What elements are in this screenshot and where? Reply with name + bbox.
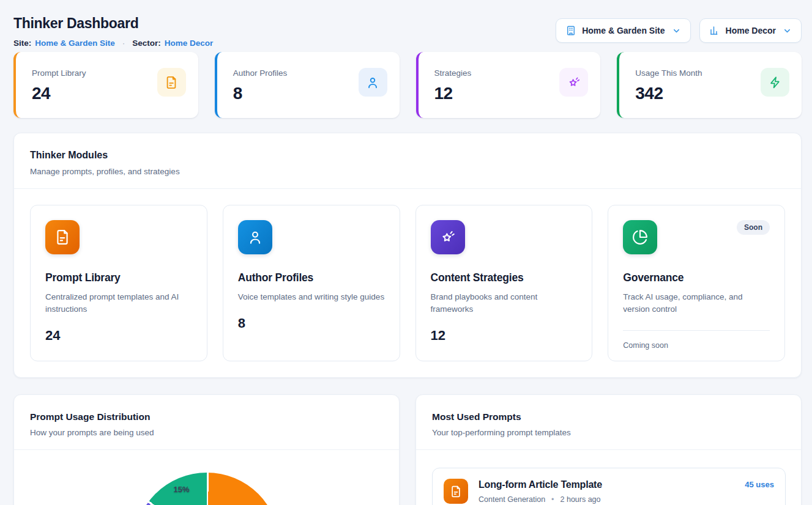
file-text-icon <box>45 220 80 254</box>
donut-slice-label: 15% <box>173 485 189 494</box>
most-used-prompts-card: Most Used Prompts Your top-performing pr… <box>415 394 802 505</box>
site-link[interactable]: Home & Garden Site <box>35 37 115 49</box>
divider <box>623 330 770 331</box>
card-subtitle: Your top-performing prompt templates <box>432 427 785 438</box>
site-label: Site: <box>13 37 31 49</box>
stats-row: Prompt Library 24 Author Profiles 8 Stra… <box>13 52 802 118</box>
stat-card: Prompt Library 24 <box>13 52 198 118</box>
prompt-list: Long-form Article Template Content Gener… <box>416 450 801 505</box>
chevron-down-icon <box>783 26 792 35</box>
page-header: Thinker Dashboard Site: Home & Garden Si… <box>13 0 802 49</box>
chevron-down-icon <box>672 26 681 35</box>
dashboard-page: Thinker Dashboard Site: Home & Garden Si… <box>0 0 812 505</box>
file-text-icon <box>157 68 186 97</box>
chart-area: 15% <box>14 473 399 505</box>
prompt-usage-card: Prompt Usage Distribution How your promp… <box>13 394 400 505</box>
sector-label: Sector: <box>132 37 161 49</box>
prompt-category: Content Generation <box>479 495 545 504</box>
star-sparkle-icon <box>559 68 588 97</box>
separator-dot: • <box>551 495 554 504</box>
panel-header: Thinker Modules Manage prompts, profiles… <box>14 133 801 189</box>
bottom-row: Prompt Usage Distribution How your promp… <box>13 394 802 505</box>
card-header: Most Used Prompts Your top-performing pr… <box>416 395 801 450</box>
module-card[interactable]: Author Profiles Voice templates and writ… <box>223 205 400 361</box>
lightning-bolt-icon <box>761 68 789 97</box>
prompt-uses-badge: 45 uses <box>745 480 774 489</box>
module-card-governance: Soon Governance Track AI usage, complian… <box>608 205 785 361</box>
module-card[interactable]: Prompt Library Centralized prompt templa… <box>30 205 207 361</box>
coming-soon-text: Coming soon <box>623 341 770 350</box>
page-title: Thinker Dashboard <box>13 15 213 32</box>
module-title: Author Profiles <box>238 271 385 284</box>
card-title: Prompt Usage Distribution <box>30 411 383 422</box>
star-sparkle-icon <box>431 220 465 254</box>
prompt-title: Long-form Article Template <box>479 479 734 491</box>
soon-badge: Soon <box>737 220 770 235</box>
site-selector-label: Home & Garden Site <box>582 26 665 35</box>
sector-selector-dropdown[interactable]: Home Decor <box>699 18 802 43</box>
module-description: Centralized prompt templates and AI inst… <box>45 291 192 315</box>
module-description: Brand playbooks and content frameworks <box>431 291 578 315</box>
stat-card: Strategies 12 <box>416 52 601 118</box>
modules-grid: Prompt Library Centralized prompt templa… <box>14 189 801 377</box>
user-icon <box>359 68 387 97</box>
site-selector-dropdown[interactable]: Home & Garden Site <box>556 18 690 43</box>
module-title: Content Strategies <box>431 271 578 284</box>
module-count: 24 <box>45 328 192 344</box>
panel-title: Thinker Modules <box>30 149 785 161</box>
header-actions: Home & Garden Site Home Decor <box>556 18 802 43</box>
breadcrumb: Site: Home & Garden Site · Sector: Home … <box>13 37 213 49</box>
module-description: Voice templates and writing style guides <box>238 291 385 303</box>
stat-card: Usage This Month 342 <box>617 52 802 118</box>
module-title: Prompt Library <box>45 271 192 284</box>
prompt-timestamp: 2 hours ago <box>561 495 601 504</box>
card-header: Prompt Usage Distribution How your promp… <box>14 395 399 450</box>
prompt-list-item[interactable]: Long-form Article Template Content Gener… <box>432 468 786 505</box>
separator-dot: · <box>122 37 125 49</box>
stat-card: Author Profiles 8 <box>215 52 400 118</box>
card-subtitle: How your prompts are being used <box>30 427 383 438</box>
module-count: 12 <box>431 328 578 344</box>
file-text-icon <box>444 479 468 504</box>
donut-chart[interactable]: 15% <box>134 473 280 505</box>
panel-subtitle: Manage prompts, profiles, and strategies <box>30 166 785 177</box>
module-card[interactable]: Content Strategies Brand playbooks and c… <box>415 205 593 361</box>
user-icon <box>238 220 272 254</box>
module-title: Governance <box>623 271 770 284</box>
bar-chart-icon <box>709 25 720 36</box>
sector-link[interactable]: Home Decor <box>165 37 214 49</box>
module-description: Track AI usage, compliance, and version … <box>623 291 770 315</box>
thinker-modules-panel: Thinker Modules Manage prompts, profiles… <box>13 133 802 378</box>
sector-selector-label: Home Decor <box>726 26 776 35</box>
module-count: 8 <box>238 315 385 331</box>
building-icon <box>565 25 576 36</box>
pie-chart-icon <box>623 220 657 254</box>
card-title: Most Used Prompts <box>432 411 785 422</box>
prompt-meta: Content Generation • 2 hours ago <box>479 495 734 504</box>
